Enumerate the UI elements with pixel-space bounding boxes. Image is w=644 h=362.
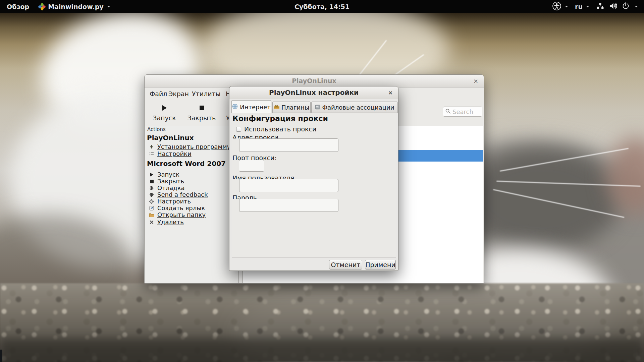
dialog-titlebar[interactable]: PlayOnLinux настройки × (229, 86, 398, 99)
app-menu-button[interactable]: Mainwindow.py (34, 0, 115, 13)
stop-icon (149, 179, 154, 184)
chevron-down-icon (565, 6, 568, 7)
use-proxy-row: Использовать прокси (236, 125, 316, 133)
top-bar: Обзор Mainwindow.py Суббота, 14:51 ru (0, 0, 644, 13)
system-indicators: ru (549, 0, 644, 13)
proxy-port-label: Порт прокси: (232, 155, 277, 160)
proxy-address-label: Адрес прокси (232, 134, 278, 138)
play-icon (149, 172, 154, 177)
file-associations-icon (315, 104, 320, 111)
menu-file[interactable]: Файл (150, 87, 167, 100)
power-icon (622, 2, 630, 11)
proxy-password-input[interactable] (239, 199, 338, 212)
proxy-address-input[interactable] (239, 138, 338, 152)
tab-file-associations[interactable]: Файловые ассоциации (311, 102, 398, 113)
bug-icon (149, 185, 154, 191)
wallpaper-shape (0, 339, 644, 362)
chevron-down-icon (586, 6, 589, 7)
stop-button-label: Закрыть (187, 114, 216, 122)
bug-icon (149, 192, 154, 197)
system-status-menu[interactable] (593, 0, 644, 13)
tab-plugins[interactable]: Плагины (272, 102, 311, 113)
menu-display[interactable]: Экран (168, 87, 189, 100)
proxy-section-title: Конфигурация прокси (232, 114, 328, 123)
stop-button[interactable]: Закрыть (187, 100, 216, 126)
globe-icon (232, 104, 238, 111)
toolbar-separator (222, 104, 222, 122)
network-icon (596, 2, 604, 11)
proxy-username-label: Имя пользователя (232, 175, 294, 179)
close-dialog-button[interactable]: × (387, 86, 394, 99)
wallpaper-shape (0, 350, 2, 362)
actions-sidebar: Actions PlayOnLinux Установить программу… (145, 126, 238, 283)
window-title: PlayOnLinux (145, 75, 484, 87)
use-proxy-label: Использовать прокси (244, 125, 316, 133)
chevron-down-icon (635, 6, 638, 7)
tab-internet[interactable]: Интернет (231, 100, 271, 113)
folder-icon (149, 212, 154, 218)
sidebar-header: Actions (145, 126, 238, 133)
app-menu-label: Mainwindow.py (48, 3, 104, 10)
proxy-port-input[interactable] (239, 160, 264, 172)
delete-icon (149, 220, 154, 225)
use-proxy-checkbox[interactable] (236, 127, 241, 132)
sidebar-group-playonlinux: PlayOnLinux (147, 134, 194, 142)
playonlinux-app-icon (39, 3, 45, 10)
close-window-button[interactable]: × (472, 75, 480, 87)
sidebar-group-msword: Microsoft Word 2007 (147, 160, 226, 168)
activities-button[interactable]: Обзор (2, 0, 34, 13)
search-icon (445, 108, 451, 115)
play-icon (162, 105, 167, 111)
cancel-button[interactable]: Отменит (329, 260, 362, 269)
desktop: Обзор Mainwindow.py Суббота, 14:51 ru (0, 0, 644, 362)
run-button-label: Запуск (151, 114, 178, 122)
window-titlebar[interactable]: PlayOnLinux × (145, 75, 484, 87)
menu-utilities[interactable]: Утилиты (192, 87, 221, 100)
accessibility-menu[interactable] (549, 0, 572, 13)
search-box[interactable] (443, 107, 482, 117)
run-button[interactable]: Запуск (151, 100, 178, 126)
keyboard-layout-label: ru (575, 3, 583, 10)
dialog-title: PlayOnLinux настройки (229, 86, 398, 99)
shortcut-icon (149, 205, 154, 211)
proxy-username-input[interactable] (239, 179, 338, 192)
accessibility-icon (552, 1, 561, 12)
list-icon (149, 151, 154, 157)
keyboard-layout-menu[interactable]: ru (572, 0, 593, 13)
chevron-down-icon (107, 6, 110, 7)
search-input[interactable] (452, 108, 479, 115)
apply-button[interactable]: Примени (365, 260, 396, 269)
plugins-icon (274, 104, 279, 111)
proxy-password-label: Пароль (232, 195, 257, 199)
gear-icon (149, 199, 154, 204)
stop-icon (200, 106, 204, 110)
volume-icon (608, 1, 618, 12)
settings-dialog: PlayOnLinux настройки × Интернет Плагины… (229, 86, 398, 271)
plus-icon (149, 144, 154, 149)
activities-label: Обзор (7, 3, 29, 10)
